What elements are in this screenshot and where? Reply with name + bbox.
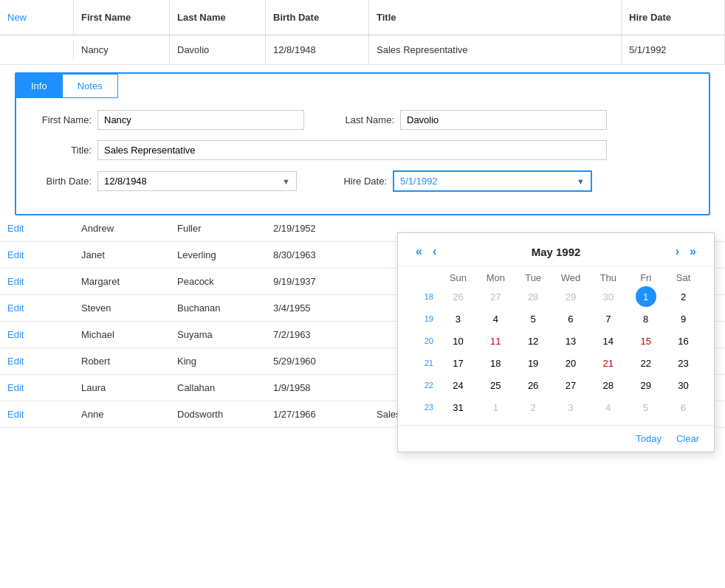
calendar-day[interactable]: 26 — [523, 375, 543, 395]
calendar-day[interactable]: 29 — [636, 375, 656, 395]
edit-link[interactable]: Edit — [7, 276, 24, 287]
selected-row-new — [0, 41, 74, 59]
calendar-day[interactable]: 21 — [598, 353, 619, 373]
edit-link[interactable]: Edit — [7, 382, 24, 393]
week-number: 20 — [410, 336, 439, 345]
calendar-header: « ‹ May 1992 › » — [398, 233, 714, 266]
selected-row: Nancy Davolio 12/8/1948 Sales Representa… — [0, 35, 725, 65]
calendar-day[interactable]: 8 — [636, 308, 656, 329]
cal-next-month-button[interactable]: › — [673, 243, 682, 260]
tabs-bar: Info Notes — [16, 74, 709, 98]
selected-row-hiredate: 5/1/1992 — [622, 35, 725, 64]
calendar-day[interactable]: 19 — [523, 353, 543, 373]
calendar-day[interactable]: 31 — [447, 397, 468, 418]
calendar-day[interactable]: 22 — [636, 353, 656, 373]
calendar-day[interactable]: 3 — [447, 308, 468, 329]
grid-header: New First Name Last Name Birth Date Titl… — [0, 0, 725, 35]
list-firstname: Andrew — [74, 215, 170, 241]
calendar-day[interactable]: 27 — [560, 375, 581, 395]
last-name-label: Last Name: — [334, 114, 400, 125]
col-header-hiredate: Hire Date — [622, 0, 725, 35]
calendar-day[interactable]: 16 — [673, 331, 694, 351]
cal-prev-year-button[interactable]: « — [413, 243, 425, 260]
col-header-lastname: Last Name — [170, 0, 266, 35]
edit-link[interactable]: Edit — [7, 409, 24, 420]
new-button[interactable]: New — [0, 0, 74, 35]
calendar-day[interactable]: 6 — [673, 397, 694, 418]
calendar-day[interactable]: 29 — [560, 286, 581, 307]
calendar-day[interactable]: 3 — [560, 397, 581, 418]
calendar-day[interactable]: 5 — [523, 308, 543, 329]
week-number: 21 — [410, 359, 439, 367]
list-birthdate: 1/27/1966 — [266, 401, 369, 427]
list-firstname: Margaret — [74, 269, 170, 294]
list-lastname: Buchanan — [170, 295, 266, 321]
calendar-day[interactable]: 24 — [447, 375, 468, 395]
calendar-day[interactable]: 28 — [523, 286, 543, 307]
calendar-day[interactable]: 14 — [598, 331, 619, 351]
birth-date-input[interactable]: 12/8/1948 ▼ — [97, 171, 297, 191]
day-header-wed: Wed — [552, 272, 590, 283]
cal-next-year-button[interactable]: » — [687, 243, 699, 260]
calendar-day[interactable]: 12 — [523, 331, 543, 351]
edit-link[interactable]: Edit — [7, 223, 24, 234]
calendar-day[interactable]: 13 — [560, 331, 581, 351]
calendar-day[interactable]: 17 — [447, 353, 468, 373]
edit-link[interactable]: Edit — [7, 329, 24, 340]
calendar-weeks: 1826272829301219345678920101112131415162… — [410, 286, 702, 418]
list-firstname: Michael — [74, 322, 170, 347]
calendar-day[interactable]: 10 — [447, 331, 468, 351]
list-firstname: Janet — [74, 242, 170, 268]
calendar-day[interactable]: 27 — [485, 286, 506, 307]
cal-prev-month-button[interactable]: ‹ — [430, 243, 439, 260]
calendar-day[interactable]: 5 — [636, 397, 656, 418]
tab-notes[interactable]: Notes — [62, 74, 118, 98]
calendar-day[interactable]: 30 — [598, 286, 619, 307]
calendar-week: 18262728293012 — [410, 286, 702, 307]
selected-row-firstname: Nancy — [74, 35, 170, 64]
calendar-day[interactable]: 1 — [636, 286, 656, 307]
calendar-day[interactable]: 18 — [485, 353, 506, 373]
calendar-title: May 1992 — [532, 246, 581, 258]
day-header-sat: Sat — [664, 272, 702, 283]
calendar-day[interactable]: 2 — [673, 286, 694, 307]
calendar-day[interactable]: 15 — [636, 331, 656, 351]
calendar-popup: « ‹ May 1992 › » Sun Mon Tue Wed Thu Fri… — [397, 232, 715, 428]
day-header-sun: Sun — [439, 272, 477, 283]
calendar-day[interactable]: 26 — [447, 286, 468, 307]
calendar-day[interactable]: 7 — [598, 308, 619, 329]
calendar-week: 2117181920212223 — [410, 353, 702, 373]
calendar-week: 2010111213141516 — [410, 331, 702, 351]
cal-nav-prev-group: « ‹ — [413, 243, 439, 260]
calendar-day[interactable]: 4 — [485, 308, 506, 329]
calendar-day[interactable]: 11 — [485, 331, 506, 351]
calendar-day[interactable]: 25 — [485, 375, 506, 395]
tab-info[interactable]: Info — [16, 74, 62, 98]
week-number: 22 — [410, 381, 439, 390]
birth-date-label: Birth Date: — [31, 176, 97, 187]
list-firstname: Steven — [74, 295, 170, 321]
col-header-firstname: First Name — [74, 0, 170, 35]
list-birthdate: 1/9/1958 — [266, 375, 369, 401]
calendar-day[interactable]: 9 — [673, 308, 694, 329]
hire-date-value: 5/1/1992 — [400, 176, 438, 187]
day-header-tue: Tue — [515, 272, 552, 283]
title-label: Title: — [31, 145, 97, 156]
hire-date-input[interactable]: 5/1/1992 ▼ — [393, 170, 592, 192]
calendar-day[interactable]: 6 — [560, 308, 581, 329]
list-firstname: Robert — [74, 348, 170, 374]
calendar-day[interactable]: 1 — [485, 397, 506, 418]
title-input[interactable] — [97, 140, 607, 160]
edit-link[interactable]: Edit — [7, 249, 24, 260]
calendar-day[interactable]: 20 — [560, 353, 581, 373]
last-name-input[interactable] — [400, 110, 607, 130]
selected-row-title: Sales Representative — [369, 35, 622, 64]
first-name-input[interactable] — [97, 110, 304, 130]
edit-link[interactable]: Edit — [7, 302, 24, 314]
edit-link[interactable]: Edit — [7, 356, 24, 367]
calendar-day[interactable]: 4 — [598, 397, 619, 418]
calendar-day[interactable]: 23 — [673, 353, 694, 373]
calendar-day[interactable]: 2 — [523, 397, 543, 418]
calendar-day[interactable]: 28 — [598, 375, 619, 395]
calendar-day[interactable]: 30 — [673, 375, 694, 395]
